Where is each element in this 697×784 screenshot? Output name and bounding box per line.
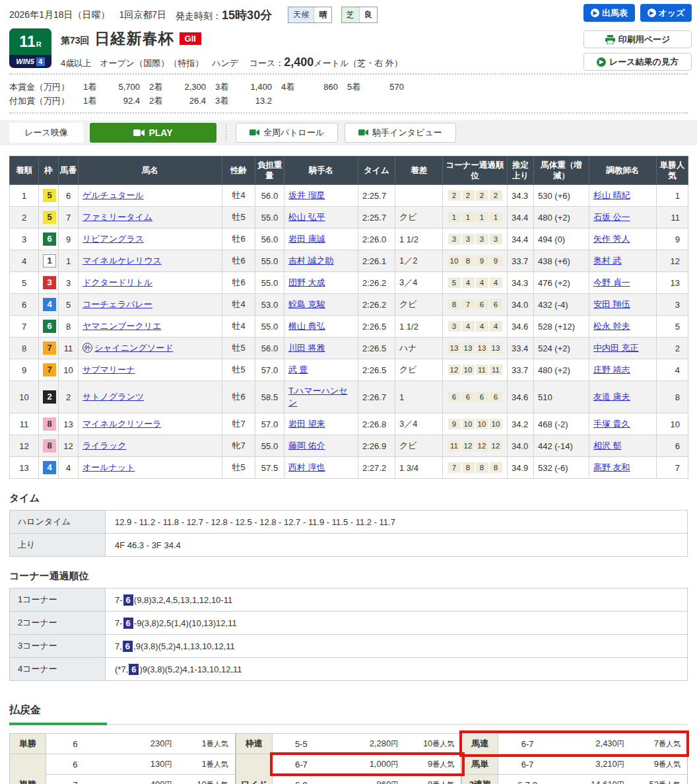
bracket-badge: 6 [43, 320, 56, 333]
margin-cell: 1 1/2 [395, 316, 443, 338]
trainer-cell: 庄野 靖志 [589, 359, 657, 381]
bracket-cell: 5 [39, 207, 59, 229]
trainer-link[interactable]: 石坂 公一 [593, 212, 630, 222]
horse-weight-cell: 432 (-4) [534, 294, 589, 316]
last-3f-cell: 34.2 [508, 413, 534, 435]
trainer-link[interactable]: 奥村 武 [593, 256, 622, 266]
win-favorite-cell: 5 [657, 316, 688, 338]
corner-pass-number: 11 [490, 365, 502, 375]
carried-weight: 55.0 [255, 207, 284, 229]
payout-amount: 2,430円 [556, 734, 636, 754]
entries-button[interactable]: ▶出馬表 [583, 4, 635, 22]
bracket-badge: 4 [43, 298, 56, 311]
last-3f-cell: 34.0 [508, 435, 534, 457]
corner-pass-number: 3 [448, 234, 461, 244]
horse-number: 8 [59, 316, 79, 338]
race-edition: 第73回 [61, 35, 90, 47]
jockey-link[interactable]: 吉村 誠之助 [288, 256, 334, 266]
horse-link[interactable]: サブマリーナ [83, 365, 135, 374]
win-favorite-cell: 6 [657, 435, 688, 457]
bet-type-label: 枠連 [236, 734, 272, 754]
trainer-link[interactable]: 杉山 晴紀 [593, 190, 630, 200]
horse-link[interactable]: マイネルクリソーラ [83, 419, 161, 429]
horse-weight-cell: 510 [534, 381, 589, 413]
horse-link[interactable]: ゲルチュタール [83, 190, 144, 200]
trainer-link[interactable]: 安田 翔伍 [593, 299, 630, 309]
jockey-link[interactable]: 岩田 康誠 [288, 234, 325, 244]
trainer-link[interactable]: 手塚 貴久 [593, 419, 630, 429]
trainer-link[interactable]: 今野 貞一 [593, 277, 630, 287]
jockey-link[interactable]: 岩田 望来 [288, 419, 325, 429]
results-column-header: 性齢 [222, 156, 255, 185]
jockey-link[interactable]: 横山 典弘 [288, 321, 325, 331]
trainer-link[interactable]: 相沢 郁 [593, 441, 622, 450]
course-distance: 2,400 [284, 55, 314, 69]
jockey-link[interactable]: T.ハマーハンセン [288, 386, 348, 408]
horse-link[interactable]: ライラック [83, 441, 127, 450]
horse-link[interactable]: コーチェラバレー [83, 299, 152, 309]
jockey-link[interactable]: 西村 淳也 [288, 462, 325, 472]
horse-number: 1 [59, 250, 79, 272]
trainer-link[interactable]: 矢作 芳人 [593, 234, 630, 244]
bracket-badge: 4 [43, 461, 56, 474]
horse-name-cell: マイネルケレリウス [79, 250, 222, 272]
corner-section-heading: コーナー通過順位 [9, 570, 688, 583]
jockey-link[interactable]: 坂井 瑠星 [288, 190, 325, 200]
corner-pass-number: 6 [462, 392, 475, 402]
jockey-link[interactable]: 武 豊 [288, 365, 308, 374]
play-button[interactable]: PLAY [90, 123, 216, 143]
corner-pass-number: 1 [462, 212, 475, 223]
corner-pass-number: 2 [476, 190, 488, 201]
horse-link[interactable]: ファミリータイム [83, 212, 152, 222]
payout-amount: 14,610円 [556, 775, 636, 784]
patrol-video-button[interactable]: 全周パトロール [236, 123, 338, 143]
trainer-link[interactable]: 高野 友和 [593, 462, 630, 472]
time-section-heading: タイム [9, 492, 688, 505]
winner-highlight: 6 [123, 594, 133, 606]
trainer-link[interactable]: 庄野 靖志 [593, 365, 630, 374]
horse-name-cell: リビアングラス [79, 229, 222, 250]
corner-pass-number: 13 [476, 343, 488, 353]
horse-name-cell: 外シャイニングソード [79, 338, 222, 359]
jockey-link[interactable]: 藤岡 佑介 [288, 441, 325, 450]
corner-pass-number: 2 [462, 190, 475, 201]
jockey-link[interactable]: 団野 大成 [288, 277, 325, 287]
results-column-header: 負担重量 [255, 156, 284, 185]
time-cell: 2:26.1 [358, 250, 395, 272]
horse-link[interactable]: マイネルケレリウス [83, 256, 162, 266]
payout-row: ワイド6-71,000円9番人気 [236, 754, 461, 775]
horse-link[interactable]: オールナット [83, 462, 135, 472]
bet-type-label: 複勝 [10, 754, 46, 784]
sex-age: 牡6 [222, 229, 255, 250]
horse-link[interactable]: リビアングラス [83, 234, 144, 244]
corner-pass-number: 10 [476, 419, 488, 429]
bracket-cell: 4 [39, 294, 59, 316]
horse-link[interactable]: ドクタードリトル [83, 277, 152, 287]
jockey-link[interactable]: 鮫島 克駿 [288, 299, 325, 309]
jockey-link[interactable]: 川田 将雅 [288, 343, 325, 353]
horse-weight-cell: 442 (-14) [534, 435, 589, 457]
margin-cell: ハナ [395, 338, 443, 359]
margin-cell: 3／4 [395, 413, 443, 435]
payout-row: 馬連6-72,430円7番人気 [462, 734, 688, 754]
jockey-link[interactable]: 松山 弘平 [288, 212, 325, 222]
print-page-button[interactable]: 印刷用ページ [583, 30, 692, 48]
corner-order-value: 7-6(9,8)3,2,4,5,13,1,12,10-11 [106, 588, 688, 612]
furlong-time-value: 12.9 - 11.2 - 11.8 - 12.7 - 12.8 - 12.5 … [106, 511, 688, 534]
horse-link[interactable]: サトノグランツ [83, 392, 144, 402]
horse-weight-cell: 530 (+6) [534, 185, 589, 207]
odds-button[interactable]: ▶オッズ [640, 4, 692, 22]
trainer-link[interactable]: 中内田 充正 [593, 343, 639, 353]
race-number-suffix: R [36, 40, 42, 48]
results-guide-button[interactable]: ▶レース結果の見方 [583, 53, 692, 71]
payout-heading: 払戻金 [9, 703, 688, 717]
jockey-interview-button[interactable]: 騎手インタビュー [345, 123, 456, 143]
trainer-link[interactable]: 松永 幹夫 [593, 321, 630, 331]
horse-number: 6 [59, 185, 79, 207]
trainer-link[interactable]: 友道 康夫 [593, 392, 630, 402]
green-accent-bar [9, 723, 107, 725]
horse-link[interactable]: ヤマニンブークリエ [83, 321, 161, 331]
corner-pass-number: 8 [448, 299, 461, 310]
result-row: 12812ライラック牝755.0藤岡 佑介2:26.9クビ1112121234.… [10, 435, 688, 457]
horse-link[interactable]: シャイニングソード [94, 343, 173, 353]
